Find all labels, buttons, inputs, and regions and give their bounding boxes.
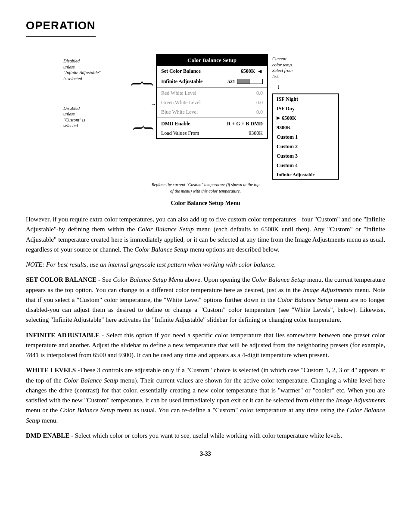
page-heading: OPERATION	[26, 17, 96, 37]
body-paragraph-infinite-adjustable: INFINITE ADJUSTABLE - Select this option…	[26, 330, 385, 361]
dropdown-item-infinite-adjustable[interactable]: Infinite Adjustable	[273, 170, 338, 179]
diagram-caption: Color Balance Setup Menu	[26, 199, 385, 208]
term-white-levels: WHITE LEVELS	[26, 367, 76, 373]
dropdown-item-custom2[interactable]: Custom 2	[273, 142, 338, 151]
replace-note: Replace the current "Custom" temperature…	[149, 181, 262, 194]
menu-row-load-values: Load Values From 9300K	[157, 128, 267, 138]
body-paragraph-white-levels: WHITE LEVELS -These 3 controls are adjus…	[26, 365, 385, 426]
menu-with-brackets: ︷ → ︷ Color Balance Setup Set Color Bala…	[143, 54, 268, 139]
color-temp-dropdown[interactable]: ISF Night ISF Day 6500K 9300K Custom 1 C…	[272, 93, 339, 180]
body-paragraph-note: NOTE: For best results, use an internal …	[26, 260, 385, 270]
menu-title: Color Balance Setup	[157, 55, 267, 66]
page-number: 3-33	[26, 449, 385, 458]
annotation-disabled-custom: Disabled unless "Custom" is selected	[63, 106, 143, 129]
dropdown-item-6500k[interactable]: 6500K	[273, 113, 338, 123]
body-paragraph-1: However, if you require extra color temp…	[26, 215, 385, 255]
dropdown-item-9300k[interactable]: 9300K	[273, 123, 338, 132]
menu-row-green-white-level: Green White Level 0.0	[157, 98, 267, 107]
color-balance-menu: Color Balance Setup Set Color Balance 65…	[156, 54, 268, 139]
slider-bar[interactable]	[237, 79, 263, 84]
menu-row-red-white-level: Red White Level 0.0	[157, 88, 267, 98]
arrow-middle: →	[151, 100, 156, 108]
diagram-area: Disabled unless "Infinite Adjustable" is…	[26, 50, 385, 194]
menu-row-dmd-enable: DMD Enable R + G + B DMD	[157, 119, 267, 128]
dropdown-item-isf-night[interactable]: ISF Night	[273, 94, 338, 104]
dropdown-item-custom4[interactable]: Custom 4	[273, 161, 338, 170]
inline-italic-1: Color Balance Setup	[137, 226, 193, 233]
dropdown-item-isf-day[interactable]: ISF Day	[273, 104, 338, 113]
down-arrow: ↓	[272, 81, 348, 92]
dropdown-item-custom1[interactable]: Custom 1	[273, 132, 338, 142]
term-dmd-enable: DMD ENABLE	[26, 432, 69, 439]
annotation-disabled-infinite: Disabled unless "Infinite Adjustable" is…	[63, 58, 143, 82]
inline-italic-2: Color Balance Setup	[134, 246, 188, 253]
dropdown-item-custom3[interactable]: Custom 3	[273, 151, 338, 161]
term-set-color-balance: SET COLOR BALANCE	[26, 276, 97, 283]
select-arrow: ◄	[257, 67, 263, 76]
left-bracket: ︷ → ︷	[143, 54, 156, 136]
term-infinite-adjustable: INFINITE ADJUSTABLE	[26, 332, 100, 339]
menu-row-set-color-balance: Set Color Balance 6500K ◄	[157, 66, 267, 77]
body-paragraph-dmd-enable: DMD ENABLE - Select which color or color…	[26, 431, 385, 441]
body-paragraph-set-color-balance: SET COLOR BALANCE - See Color Balance Se…	[26, 275, 385, 325]
right-note: Current color temp. Select from list.	[272, 56, 348, 80]
left-annotations: Disabled unless "Infinite Adjustable" is…	[63, 54, 143, 129]
menu-row-blue-white-level: Blue White Level 0.0	[157, 107, 267, 117]
right-section: Current color temp. Select from list. ↓ …	[268, 54, 348, 180]
menu-row-infinite-adjustable: Infinite Adjustable 521	[157, 77, 267, 86]
diagram-container: Disabled unless "Infinite Adjustable" is…	[29, 50, 382, 194]
